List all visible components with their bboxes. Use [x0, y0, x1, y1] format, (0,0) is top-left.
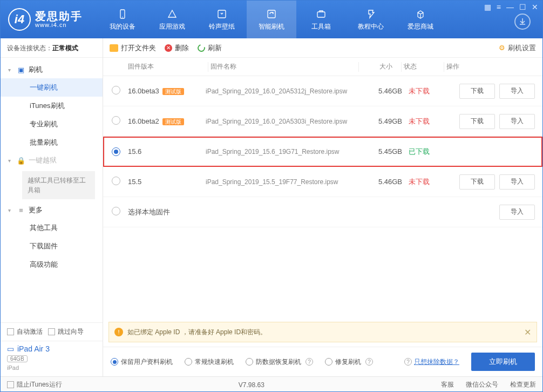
download-indicator-icon[interactable]	[514, 13, 531, 30]
download-button[interactable]: 下载	[459, 114, 495, 129]
device-name[interactable]: ▭ iPad Air 3	[7, 344, 96, 353]
import-button[interactable]: 导入	[499, 174, 535, 190]
row-radio[interactable]	[112, 177, 120, 185]
skip-guide-checkbox[interactable]: 跳过向导	[48, 327, 84, 336]
firmware-row[interactable]: 16.0beta3测试版 iPad_Spring_2019_16.0_20A53…	[103, 76, 542, 106]
firmware-row[interactable]: 15.5 iPad_Spring_2019_15.5_19F77_Restore…	[103, 167, 542, 197]
col-ops: 操作	[446, 62, 538, 71]
delete-button[interactable]: ✕删除	[165, 43, 189, 53]
row-radio[interactable]	[112, 116, 120, 125]
import-button[interactable]: 导入	[499, 205, 535, 220]
row-radio[interactable]	[112, 207, 120, 215]
firmware-size: 5.49GB	[371, 117, 409, 125]
opt-repair[interactable]: 修复刷机?	[325, 357, 373, 367]
device-type: iPad	[7, 364, 96, 371]
top-nav: 我的设备应用游戏铃声壁纸智能刷机工具箱教程中心爱思商城	[98, 1, 445, 38]
titlebar-buttons: ▦ ≡ — ☐ ✕	[484, 3, 538, 11]
appleid-alert: ! 如已绑定 Apple ID ，请准备好 Apple ID和密码。 ✕	[108, 322, 537, 342]
nav-icon	[315, 8, 327, 20]
chevron-down-icon: ▾	[8, 67, 13, 73]
tree-jailbreak: ▾ 🔒 一键越狱	[1, 152, 103, 169]
maximize-icon[interactable]: ☐	[519, 3, 526, 11]
sidebar: 设备连接状态：正常模式 ▾ ▣ 刷机 一键刷机iTunes刷机专业刷机批量刷机 …	[1, 38, 103, 376]
opt-normal[interactable]: 常规快速刷机	[185, 357, 234, 367]
firmware-status: 未下载	[409, 177, 446, 187]
tree-flash[interactable]: ▾ ▣ 刷机	[1, 61, 103, 78]
app-name: 爱思助手	[35, 11, 83, 22]
nav-item[interactable]: 教程中心	[346, 1, 396, 38]
refresh-button[interactable]: 刷新	[198, 43, 222, 53]
sidebar-item[interactable]: 下载固件	[1, 237, 103, 255]
connection-status: 设备连接状态：正常模式	[1, 38, 103, 58]
row-radio[interactable]	[112, 86, 120, 94]
col-size: 大小	[361, 62, 399, 71]
grid-icon[interactable]: ▦	[484, 3, 491, 11]
app-version: V7.98.63	[239, 381, 264, 389]
firmware-row[interactable]: 15.6 iPad_Spring_2019_15.6_19G71_Restore…	[103, 137, 542, 167]
footer-link[interactable]: 客服	[441, 380, 454, 389]
logo-icon: i4	[8, 8, 31, 31]
help-icon[interactable]: ?	[306, 358, 313, 366]
nav-item[interactable]: 应用游戏	[147, 1, 197, 38]
nav-icon	[166, 8, 178, 20]
help-icon[interactable]: ?	[404, 358, 412, 366]
nav-item[interactable]: 爱思商城	[396, 1, 445, 38]
start-flash-button[interactable]: 立即刷机	[471, 353, 535, 371]
local-firmware-row[interactable]: 选择本地固件 导入	[103, 197, 542, 227]
nav-icon	[415, 8, 426, 20]
refresh-icon	[196, 43, 206, 53]
firmware-table: 16.0beta3测试版 iPad_Spring_2019_16.0_20A53…	[103, 76, 542, 227]
firmware-size: 5.46GB	[371, 178, 409, 186]
help-icon[interactable]: ?	[365, 358, 373, 366]
row-radio[interactable]	[112, 147, 120, 156]
nav-item[interactable]: 智能刷机	[247, 1, 296, 38]
minimize-icon[interactable]: —	[506, 3, 514, 11]
flash-options: 保留用户资料刷机 常规快速刷机 防数据恢复刷机? 修复刷机? ?只想抹除数据？ …	[103, 347, 542, 376]
sidebar-item[interactable]: 批量刷机	[1, 133, 103, 152]
opt-keep-data[interactable]: 保留用户资料刷机	[111, 357, 173, 367]
chevron-down-icon: ▾	[8, 207, 13, 213]
flash-settings-button[interactable]: ⚙刷机设置	[499, 43, 536, 53]
open-folder-button[interactable]: 打开文件夹	[110, 43, 156, 53]
sidebar-item[interactable]: 一键刷机	[1, 78, 103, 97]
erase-data-link[interactable]: 只想抹除数据？	[414, 357, 459, 367]
nav-icon	[216, 8, 228, 20]
gear-icon: ⚙	[499, 44, 505, 52]
download-button[interactable]: 下载	[459, 84, 495, 99]
device-capacity: 64GB	[7, 355, 28, 362]
auto-activate-checkbox[interactable]: 自动激活	[7, 327, 43, 336]
col-name: 固件名称	[211, 62, 356, 71]
folder-icon	[110, 44, 118, 52]
sidebar-item[interactable]: 专业刷机	[1, 115, 103, 133]
nav-item[interactable]: 工具箱	[296, 1, 346, 38]
alert-close-button[interactable]: ✕	[524, 327, 531, 337]
firmware-status: 已下载	[409, 147, 446, 157]
firmware-name: iPad_Spring_2019_16.0_20A5303i_Restore.i…	[206, 118, 371, 125]
svg-rect-4	[317, 12, 325, 17]
nav-item[interactable]: 我的设备	[98, 1, 147, 38]
app-logo: i4 爱思助手 www.i4.cn	[1, 8, 98, 31]
tree-more[interactable]: ▾ ≡ 更多	[1, 201, 103, 219]
import-button[interactable]: 导入	[499, 84, 535, 99]
import-button[interactable]: 导入	[499, 114, 535, 129]
main-panel: 打开文件夹 ✕删除 刷新 ⚙刷机设置 固件版本 固件名称 大小 状态 操作 16…	[103, 38, 542, 376]
footer-link[interactable]: 检查更新	[510, 380, 536, 389]
delete-icon: ✕	[165, 44, 172, 52]
sidebar-item[interactable]: 高级功能	[1, 255, 103, 274]
beta-badge: 测试版	[162, 88, 184, 95]
firmware-name: iPad_Spring_2019_15.5_19F77_Restore.ipsw	[206, 178, 371, 186]
sidebar-item[interactable]: iTunes刷机	[1, 97, 103, 115]
flash-icon: ▣	[17, 66, 25, 74]
firmware-status: 未下载	[409, 117, 446, 126]
menu-icon[interactable]: ≡	[497, 3, 501, 11]
close-icon[interactable]: ✕	[532, 3, 538, 11]
svg-point-1	[122, 16, 123, 17]
firmware-row[interactable]: 16.0beta2测试版 iPad_Spring_2019_16.0_20A53…	[103, 106, 542, 137]
footer-link[interactable]: 微信公众号	[466, 380, 498, 389]
block-itunes-checkbox[interactable]: 阻止iTunes运行	[7, 380, 62, 389]
download-button[interactable]: 下载	[459, 174, 495, 190]
sidebar-item[interactable]: 其他工具	[1, 219, 103, 237]
nav-item[interactable]: 铃声壁纸	[197, 1, 247, 38]
device-icon: ▭	[7, 344, 14, 353]
opt-anti-recover[interactable]: 防数据恢复刷机?	[246, 357, 313, 367]
